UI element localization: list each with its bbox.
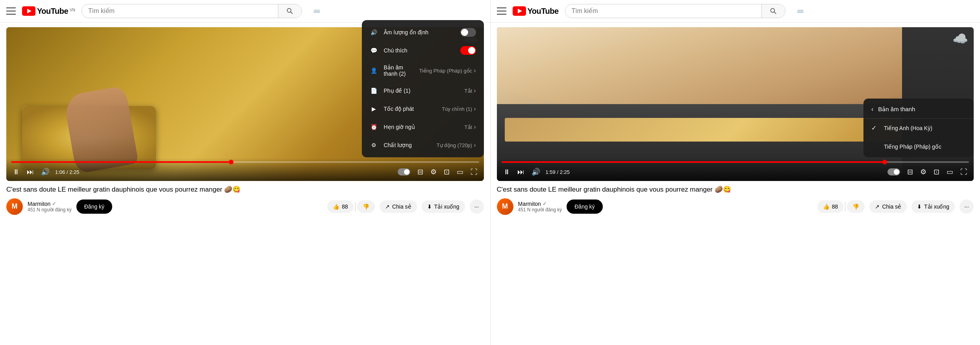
right-dislike-button[interactable]: 👎	[847, 200, 865, 213]
left-controls-row: ⏸ ⏭ 🔊 1:06 / 2:25 ⊟ ⚙	[11, 166, 479, 178]
right-channel-avatar[interactable]: M	[497, 198, 513, 215]
right-progress-bar[interactable]	[502, 161, 969, 163]
left-more-button[interactable]: ···	[470, 200, 484, 214]
left-miniplayer-button[interactable]: ⊡	[442, 166, 451, 178]
right-progress-dot	[882, 160, 887, 164]
settings-item-chat-luong[interactable]: ⚙ Chất lượng Tự động (720p) ›	[362, 136, 484, 154]
left-verified-icon: ✓	[52, 201, 56, 207]
settings-item-ban-am-thanh[interactable]: 👤 Bản âm thanh (2) Tiếng Pháp (Pháp) gốc…	[362, 60, 484, 82]
submenu-item-tieng-phap[interactable]: ✓ Tiếng Pháp (Pháp) gốc	[863, 137, 974, 156]
right-play-pause-button[interactable]: ⏸	[502, 166, 512, 178]
right-theater-button[interactable]: ▭	[945, 166, 955, 178]
left-volume-button[interactable]: 🔊	[39, 166, 51, 178]
left-settings-button[interactable]: ⚙	[429, 166, 438, 178]
left-like-button[interactable]: 👍 88	[327, 200, 354, 213]
left-like-divider	[355, 202, 356, 211]
right-download-button[interactable]: ⬇ Tải xuống	[911, 200, 955, 213]
left-play-pause-button[interactable]: ⏸	[11, 166, 21, 178]
tieng-phap-label: Tiếng Pháp (Pháp) gốc	[884, 144, 941, 150]
right-time-display: 1:59 / 2:25	[546, 169, 570, 175]
right-keyboard-icon-btn[interactable]: ⌨️	[793, 4, 808, 18]
settings-item-hen-gio[interactable]: ⏰ Hẹn giờ ngủ Tắt ›	[362, 118, 484, 136]
left-subtitles-button[interactable]: ⊟	[416, 166, 425, 178]
submenu-item-tieng-anh[interactable]: ✓ Tiếng Anh (Hoa Kỳ)	[863, 119, 974, 137]
right-next-button[interactable]: ⏭	[516, 166, 526, 178]
right-thumbup-icon: 👍	[823, 203, 830, 210]
right-menu-button[interactable]	[497, 7, 506, 15]
left-time-display: 1:06 / 2:25	[55, 169, 79, 175]
settings-item-chu-thich[interactable]: 💬 Chú thích	[362, 41, 484, 60]
right-fullscreen-button[interactable]: ⛶	[959, 166, 969, 178]
right-like-button[interactable]: 👍 88	[817, 200, 844, 213]
chu-thich-icon: 💬	[370, 46, 378, 55]
left-video-actions: M Marmiton ✓ 451 N người đăng ký Đăng ký…	[6, 198, 484, 215]
search-button[interactable]	[278, 4, 302, 18]
youtube-logo[interactable]: YouTube VN	[22, 6, 75, 16]
left-dislike-button[interactable]: 👎	[357, 200, 375, 213]
right-search-bar[interactable]	[565, 4, 785, 18]
left-video-wrapper: ☁️ 🔊 Âm lượng ổn định 💬 Chú thích	[6, 27, 484, 181]
right-youtube-logo-text: YouTube	[528, 7, 559, 16]
left-channel-name: Marmiton ✓	[28, 201, 72, 207]
right-channel-subs: 451 N người đăng ký	[518, 207, 562, 213]
left-download-button[interactable]: ⬇ Tải xuống	[422, 200, 465, 213]
left-fullscreen-button[interactable]: ⛶	[469, 166, 479, 178]
am-luong-toggle[interactable]	[460, 28, 476, 37]
search-icon	[286, 7, 294, 15]
right-subscribe-button[interactable]: Đăng ký	[567, 200, 602, 214]
left-share-button[interactable]: ↗ Chia sẻ	[380, 200, 417, 213]
right-share-button[interactable]: ↗ Chia sẻ	[869, 200, 907, 213]
left-next-button[interactable]: ⏭	[25, 166, 35, 178]
toc-do-label: Tốc độ phát	[384, 106, 437, 112]
right-cast-icon: ☁️	[952, 31, 968, 46]
settings-item-toc-do[interactable]: ▶ Tốc độ phát Tùy chỉnh (1) ›	[362, 100, 484, 118]
right-channel-name: Marmiton ✓	[518, 201, 562, 207]
chat-luong-label: Chất lượng	[384, 142, 431, 148]
svg-line-7	[774, 12, 776, 14]
settings-item-am-luong[interactable]: 🔊 Âm lượng ổn định	[362, 23, 484, 41]
left-channel-avatar[interactable]: M	[6, 198, 23, 215]
youtube-logo-text: YouTube	[37, 7, 68, 16]
left-video-title: C'est sans doute LE meilleur gratin daup…	[6, 185, 484, 194]
keyboard-icon-btn[interactable]: ⌨️	[310, 4, 324, 18]
left-download-icon: ⬇	[427, 203, 432, 210]
right-search-button[interactable]	[761, 4, 785, 18]
right-controls-row: ⏸ ⏭ 🔊 1:59 / 2:25 ⊟ ⚙	[502, 166, 969, 178]
left-theater-button[interactable]: ▭	[455, 166, 465, 178]
right-settings-button[interactable]: ⚙	[919, 166, 928, 178]
right-search-input[interactable]	[565, 7, 761, 15]
left-subscribe-button[interactable]: Đăng ký	[76, 200, 112, 214]
left-autoplay-button[interactable]	[396, 167, 412, 177]
phu-de-icon: 📄	[370, 86, 378, 95]
left-channel-subs: 451 N người đăng ký	[28, 207, 72, 213]
search-bar[interactable]	[82, 4, 302, 18]
right-video-section: ☁️ ‹ Bản âm thanh ✓ Tiếng Anh (Hoa Kỳ) ✓…	[491, 22, 980, 345]
left-header: YouTube VN ⌨️	[0, 0, 490, 22]
right-youtube-logo[interactable]: YouTube	[513, 6, 559, 16]
hen-gio-value: Tắt ›	[465, 123, 476, 131]
phu-de-value: Tắt ›	[465, 87, 476, 94]
phu-de-label: Phụ đề (1)	[384, 88, 459, 94]
chu-thich-toggle[interactable]	[460, 46, 476, 55]
settings-item-phu-de[interactable]: 📄 Phụ đề (1) Tắt ›	[362, 82, 484, 100]
right-autoplay-button[interactable]	[886, 167, 902, 177]
right-download-icon: ⬇	[917, 203, 922, 210]
submenu-back-icon[interactable]: ‹	[871, 106, 873, 113]
right-miniplayer-button[interactable]: ⊡	[932, 166, 941, 178]
right-volume-button[interactable]: 🔊	[530, 166, 542, 178]
chat-luong-value: Tự động (720p) ›	[437, 142, 476, 149]
right-video-wrapper: ☁️ ‹ Bản âm thanh ✓ Tiếng Anh (Hoa Kỳ) ✓…	[497, 27, 974, 181]
hen-gio-icon: ⏰	[370, 123, 378, 131]
left-progress-bar[interactable]	[11, 161, 479, 163]
menu-button[interactable]	[6, 7, 16, 15]
check-mark-tieng-anh: ✓	[871, 124, 879, 132]
search-input[interactable]	[82, 7, 278, 15]
toc-do-icon: ▶	[370, 104, 378, 113]
right-subtitles-button[interactable]: ⊟	[906, 166, 915, 178]
right-submenu-panel: ‹ Bản âm thanh ✓ Tiếng Anh (Hoa Kỳ) ✓ Ti…	[863, 99, 974, 157]
hen-gio-label: Hẹn giờ ngủ	[384, 124, 459, 130]
right-more-button[interactable]: ···	[960, 200, 974, 214]
left-thumbdown-icon: 👎	[363, 203, 369, 210]
submenu-header[interactable]: ‹ Bản âm thanh	[863, 100, 974, 119]
right-channel-info: Marmiton ✓ 451 N người đăng ký	[518, 201, 562, 213]
